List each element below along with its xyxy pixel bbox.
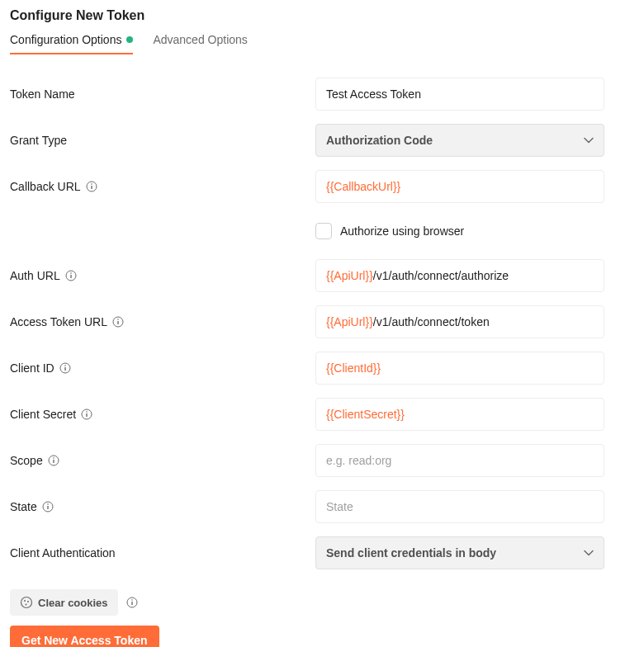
svg-point-19 — [47, 503, 49, 505]
chevron-down-icon — [584, 548, 594, 558]
scope-input[interactable] — [315, 444, 604, 477]
grant-type-value: Authorization Code — [326, 134, 433, 147]
label-access-token-url: Access Token URL — [10, 315, 315, 328]
authorize-browser-label: Authorize using browser — [340, 224, 464, 238]
client-secret-var: {{ClientSecret}} — [326, 408, 405, 421]
info-icon[interactable] — [48, 455, 59, 466]
client-id-var: {{ClientId}} — [326, 361, 381, 375]
scope-label-text: Scope — [10, 454, 43, 467]
row-client-id: Client ID {{ClientId}} — [10, 352, 634, 385]
access-token-url-var: {{ApiUrl}} — [326, 315, 373, 328]
callback-url-input[interactable]: {{CallbackUrl}} — [315, 170, 604, 203]
row-auth-url: Auth URL {{ApiUrl}}/v1/auth/connect/auth… — [10, 259, 634, 292]
token-form: Token Name Grant Type Authorization Code… — [10, 78, 634, 569]
label-grant-type: Grant Type — [10, 134, 315, 147]
label-client-secret: Client Secret — [10, 408, 315, 421]
tab-config-label: Configuration Options — [10, 33, 121, 46]
info-icon[interactable] — [65, 270, 77, 281]
row-client-secret: Client Secret {{ClientSecret}} — [10, 398, 634, 431]
row-client-auth: Client Authentication Send client creden… — [10, 536, 634, 569]
auth-url-var: {{ApiUrl}} — [326, 269, 373, 282]
client-auth-label-text: Client Authentication — [10, 546, 116, 560]
token-name-label-text: Token Name — [10, 87, 75, 101]
state-label-text: State — [10, 500, 37, 513]
clear-cookies-button[interactable]: Clear cookies — [10, 589, 118, 616]
row-authorize-browser: Authorize using browser — [315, 223, 634, 239]
client-secret-input[interactable]: {{ClientSecret}} — [315, 398, 604, 431]
tab-advanced-options[interactable]: Advanced Options — [153, 33, 247, 54]
svg-point-7 — [117, 319, 119, 320]
row-scope: Scope — [10, 444, 634, 477]
auth-url-path: /v1/auth/connect/authorize — [373, 269, 509, 282]
svg-point-16 — [53, 457, 54, 459]
svg-rect-14 — [86, 413, 87, 417]
svg-point-13 — [86, 411, 88, 413]
access-token-url-label-text: Access Token URL — [10, 315, 107, 328]
auth-url-label-text: Auth URL — [10, 269, 60, 282]
auth-url-input[interactable]: {{ApiUrl}}/v1/auth/connect/authorize — [315, 259, 604, 292]
info-icon[interactable] — [86, 181, 97, 192]
svg-point-26 — [131, 599, 133, 601]
svg-point-10 — [64, 365, 66, 366]
label-client-id: Client ID — [10, 361, 315, 375]
page-title: Configure New Token — [10, 8, 634, 23]
svg-rect-5 — [70, 275, 71, 278]
token-name-input[interactable] — [315, 78, 604, 111]
grant-type-label-text: Grant Type — [10, 134, 67, 147]
svg-rect-20 — [47, 506, 48, 509]
tab-advanced-label: Advanced Options — [153, 33, 247, 46]
chevron-down-icon — [584, 135, 594, 145]
clear-cookies-row: Clear cookies — [10, 589, 138, 616]
svg-point-4 — [70, 272, 72, 274]
info-icon[interactable] — [81, 409, 92, 420]
svg-rect-11 — [64, 367, 65, 371]
clear-cookies-label: Clear cookies — [38, 597, 108, 609]
label-auth-url: Auth URL — [10, 269, 315, 282]
svg-rect-8 — [117, 321, 118, 324]
client-auth-select[interactable]: Send client credentials in body — [315, 536, 604, 569]
authorize-browser-checkbox[interactable] — [315, 223, 332, 239]
grant-type-select[interactable]: Authorization Code — [315, 124, 604, 157]
svg-point-1 — [91, 183, 92, 185]
get-token-label: Get New Access Token — [21, 634, 148, 647]
svg-point-24 — [26, 604, 27, 606]
svg-rect-17 — [53, 460, 54, 463]
label-token-name: Token Name — [10, 87, 315, 101]
row-token-name: Token Name — [10, 78, 634, 111]
client-id-label-text: Client ID — [10, 361, 54, 375]
info-icon[interactable] — [42, 501, 54, 512]
tab-configuration-options[interactable]: Configuration Options — [10, 33, 133, 54]
callback-url-label-text: Callback URL — [10, 180, 81, 193]
svg-rect-2 — [91, 186, 92, 189]
status-dot-icon — [126, 36, 133, 43]
info-icon[interactable] — [59, 362, 71, 374]
svg-point-21 — [21, 597, 32, 608]
get-new-access-token-button[interactable]: Get New Access Token — [10, 626, 159, 647]
row-grant-type: Grant Type Authorization Code — [10, 124, 634, 157]
row-access-token-url: Access Token URL {{ApiUrl}}/v1/auth/conn… — [10, 305, 634, 338]
state-input[interactable] — [315, 490, 604, 523]
info-icon[interactable] — [126, 597, 138, 608]
client-secret-label-text: Client Secret — [10, 408, 76, 421]
access-token-url-path: /v1/auth/connect/token — [373, 315, 490, 328]
form-footer: Clear cookies Get New Access Token — [10, 589, 634, 647]
tabs-bar: Configuration Options Advanced Options — [10, 33, 634, 54]
access-token-url-input[interactable]: {{ApiUrl}}/v1/auth/connect/token — [315, 305, 604, 338]
client-auth-value: Send client credentials in body — [326, 546, 496, 560]
row-callback-url: Callback URL {{CallbackUrl}} — [10, 170, 634, 203]
row-state: State — [10, 490, 634, 523]
label-scope: Scope — [10, 454, 315, 467]
cookie-icon — [20, 596, 33, 609]
label-client-auth: Client Authentication — [10, 546, 315, 560]
svg-point-23 — [27, 601, 29, 602]
callback-url-var: {{CallbackUrl}} — [326, 180, 400, 193]
info-icon[interactable] — [112, 316, 124, 328]
svg-point-22 — [24, 600, 26, 602]
label-callback-url: Callback URL — [10, 180, 315, 193]
label-state: State — [10, 500, 315, 513]
client-id-input[interactable]: {{ClientId}} — [315, 352, 604, 385]
svg-rect-27 — [131, 602, 132, 605]
